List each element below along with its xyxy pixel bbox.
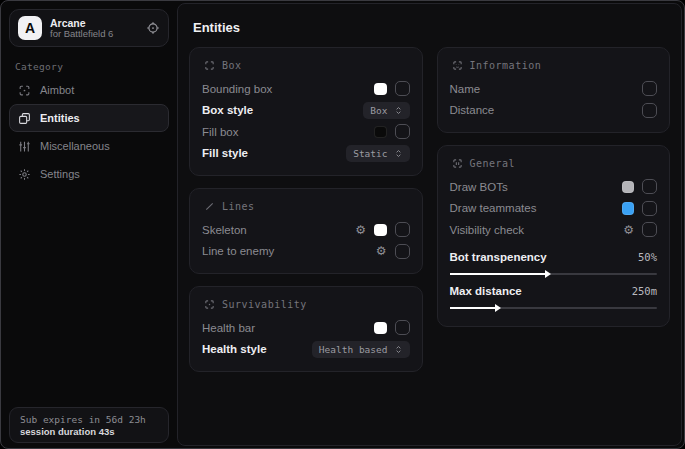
color-swatch[interactable] (374, 322, 387, 335)
crosshair-icon (18, 84, 31, 97)
row-name: Name (450, 78, 658, 100)
color-swatch[interactable] (374, 224, 387, 237)
diagonal-line-icon (204, 201, 215, 212)
bot-transparency-group: Bot transpenency 50% (450, 248, 658, 275)
slider-label: Bot transpenency (450, 251, 547, 263)
panel-survivability: Survivability Health bar Health style (189, 286, 423, 372)
sidebar-item-aimbot[interactable]: Aimbot (9, 76, 169, 104)
row-label: Distance (450, 104, 495, 116)
panel-survivability-title: Survivability (222, 299, 307, 310)
checkbox[interactable] (395, 124, 410, 139)
row-health-style: Health style Health based (202, 339, 410, 361)
sidebar-item-label: Entities (40, 112, 80, 124)
bot-transparency-slider[interactable] (450, 273, 658, 275)
row-label: Name (450, 83, 481, 95)
sub-expiry-text: Sub expires in 56d 23h (20, 414, 158, 425)
survivability-brackets-icon (204, 299, 215, 310)
row-draw-bots: Draw BOTs (450, 176, 658, 198)
box-brackets-icon (204, 60, 215, 71)
row-fill-box: Fill box (202, 121, 410, 143)
row-skeleton: Skeleton ⚙ (202, 219, 410, 241)
color-swatch[interactable] (374, 126, 387, 139)
row-health-bar: Health bar (202, 317, 410, 339)
chevrons-up-down-icon (394, 345, 403, 354)
row-label: Fill style (202, 147, 248, 159)
gear-icon[interactable]: ⚙ (623, 224, 634, 236)
app-title: Arcane (50, 17, 138, 29)
sidebar-item-label: Miscellaneous (40, 140, 110, 152)
row-label: Health bar (202, 322, 255, 334)
chevrons-up-down-icon (394, 106, 403, 115)
category-label: Category (15, 61, 169, 72)
panel-box: Box Bounding box Box style Box (189, 47, 423, 176)
checkbox[interactable] (642, 201, 657, 216)
entities-icon (18, 112, 31, 125)
box-style-dropdown[interactable]: Box (363, 102, 409, 119)
row-box-style: Box style Box (202, 100, 410, 122)
checkbox[interactable] (642, 179, 657, 194)
scan-bars-icon (452, 158, 463, 169)
slider-label: Max distance (450, 285, 522, 297)
checkbox[interactable] (642, 103, 657, 118)
row-visibility-check: Visibility check ⚙ (450, 219, 658, 241)
sidebar-item-miscellaneous[interactable]: Miscellaneous (9, 132, 169, 160)
panel-box-title: Box (222, 60, 242, 71)
checkbox[interactable] (642, 222, 657, 237)
slider-value: 250m (632, 285, 657, 297)
app-subtitle: for Battlefield 6 (50, 29, 138, 40)
scan-face-icon (452, 60, 463, 71)
row-label: Bounding box (202, 83, 272, 95)
checkbox[interactable] (395, 320, 410, 335)
checkbox[interactable] (642, 81, 657, 96)
checkbox[interactable] (395, 244, 410, 259)
panel-information-title: Information (470, 60, 542, 71)
slider-fill (450, 307, 496, 309)
gear-icon (18, 168, 31, 181)
health-style-dropdown[interactable]: Health based (312, 341, 410, 358)
sidebar-item-entities[interactable]: Entities (9, 104, 169, 132)
row-label: Box style (202, 104, 253, 116)
checkbox[interactable] (395, 222, 410, 237)
gear-icon[interactable]: ⚙ (376, 245, 387, 257)
max-distance-group: Max distance 250m (450, 282, 658, 309)
brand-card: A Arcane for Battlefield 6 (9, 9, 169, 47)
panel-general-title: General (470, 158, 516, 169)
max-distance-slider[interactable] (450, 307, 658, 309)
app-window: A Arcane for Battlefield 6 Category (0, 0, 685, 449)
chevrons-up-down-icon (394, 149, 403, 158)
sidebar-item-label: Aimbot (40, 84, 74, 96)
gear-icon[interactable]: ⚙ (355, 224, 366, 236)
fill-style-dropdown[interactable]: Static (346, 145, 409, 162)
row-fill-style: Fill style Static (202, 143, 410, 165)
row-bounding-box: Bounding box (202, 78, 410, 100)
sidebar: A Arcane for Battlefield 6 Category (1, 1, 177, 448)
row-line-to-enemy: Line to enemy ⚙ (202, 241, 410, 263)
color-swatch[interactable] (374, 83, 387, 96)
row-label: Health style (202, 343, 267, 355)
row-label: Skeleton (202, 224, 247, 236)
app-logo: A (18, 16, 42, 40)
row-label: Draw teammates (450, 202, 537, 214)
panel-lines: Lines Skeleton ⚙ Line to enemy ⚙ (189, 188, 423, 274)
scope-icon[interactable] (146, 21, 160, 35)
sidebar-item-label: Settings (40, 168, 80, 180)
row-label: Fill box (202, 126, 238, 138)
main-content: Entities Box (177, 3, 682, 446)
panel-general: General Draw BOTs Draw teammates (437, 145, 671, 327)
color-swatch[interactable] (622, 202, 635, 215)
row-draw-teammates: Draw teammates (450, 198, 658, 220)
row-label: Draw BOTs (450, 181, 508, 193)
slider-fill (450, 273, 545, 275)
session-duration-text: session duration 43s (20, 426, 158, 437)
slider-value: 50% (638, 251, 657, 263)
subscription-info-card: Sub expires in 56d 23h session duration … (9, 407, 169, 443)
row-label: Visibility check (450, 224, 525, 236)
row-label: Line to enemy (202, 245, 274, 257)
checkbox[interactable] (395, 81, 410, 96)
sidebar-item-settings[interactable]: Settings (9, 160, 169, 188)
misc-grid-icon (18, 140, 31, 153)
panel-information: Information Name Distance (437, 47, 671, 133)
row-distance: Distance (450, 100, 658, 122)
page-title: Entities (193, 20, 670, 35)
color-swatch[interactable] (622, 181, 635, 194)
